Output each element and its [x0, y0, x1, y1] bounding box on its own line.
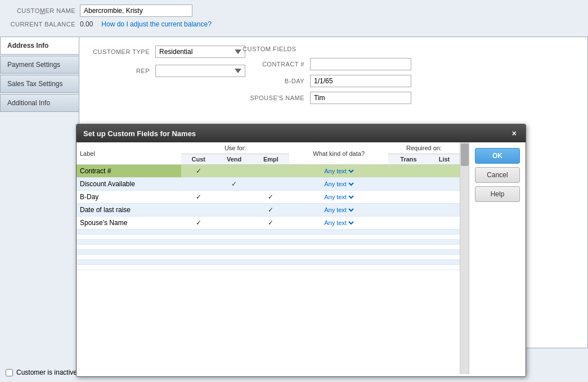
contract-input[interactable]	[310, 58, 411, 70]
scrollbar[interactable]	[460, 142, 469, 374]
sidebar-item-address-info[interactable]: Address Info	[0, 37, 79, 55]
modal-close-button[interactable]: ×	[510, 129, 519, 138]
modal-body: Label Use for: What kind of data? Requir…	[77, 142, 526, 374]
bday-label: B-DAY	[243, 78, 310, 84]
row-vend: ✓	[216, 178, 253, 191]
sidebar: Address Info Payment Settings Sales Tax …	[0, 37, 79, 113]
modal-header: Set up Custom Fields for Names ×	[77, 124, 526, 142]
table-row-empty	[77, 230, 460, 235]
customer-name-row: CUSTOMER NAME	[7, 5, 581, 17]
customer-name-input[interactable]	[80, 5, 192, 17]
table-scroll-container: Label Use for: What kind of data? Requir…	[77, 142, 469, 374]
row-list	[429, 165, 460, 178]
row-list	[429, 204, 460, 217]
row-data-type[interactable]: Any text	[289, 165, 388, 178]
row-vend	[216, 217, 253, 230]
spouse-label: SPOUSE'S NAME	[243, 95, 310, 101]
row-cust: ✓	[181, 217, 216, 230]
sidebar-item-payment-settings[interactable]: Payment Settings	[0, 56, 79, 74]
balance-value: 0.00	[80, 20, 93, 28]
inactive-row: Customer is inactive:	[6, 368, 79, 376]
data-type-select[interactable]: Any text	[322, 206, 356, 214]
row-cust	[181, 178, 216, 191]
table-row[interactable]: Date of last raise ✓ Any text	[77, 204, 460, 217]
row-label: Date of last raise	[77, 204, 181, 217]
table-row-empty	[77, 235, 460, 240]
adjust-balance-link[interactable]: How do I adjust the current balance?	[101, 20, 211, 28]
cancel-button[interactable]: Cancel	[475, 167, 520, 183]
row-data-type[interactable]: Any text	[289, 217, 388, 230]
top-form: CUSTOMER NAME CURRENT BALANCE 0.00 How d…	[0, 0, 588, 36]
row-label: Discount Available	[77, 178, 181, 191]
current-balance-label: CURRENT BALANCE	[7, 21, 80, 28]
modal-title: Set up Custom Fields for Names	[83, 129, 196, 138]
row-list	[429, 191, 460, 204]
row-vend	[216, 191, 253, 204]
modal-table-area: Label Use for: What kind of data? Requir…	[77, 142, 469, 374]
table-row[interactable]: B-Day ✓ ✓ Any text	[77, 191, 460, 204]
row-label: B-Day	[77, 191, 181, 204]
customer-type-select[interactable]: Residential Commercial	[155, 46, 245, 58]
table-inner: Label Use for: What kind of data? Requir…	[77, 142, 460, 374]
col-label: Label	[77, 142, 181, 165]
help-button[interactable]: Help	[475, 186, 520, 202]
table-row-empty	[77, 250, 460, 255]
header-use-for-row: Label Use for: What kind of data? Requir…	[77, 142, 460, 154]
custom-field-contract: CONTRACT #	[243, 58, 579, 70]
row-label: Contract #	[77, 165, 181, 178]
row-data-type[interactable]: Any text	[289, 178, 388, 191]
table-row[interactable]: Spouse's Name ✓ ✓ Any text	[77, 217, 460, 230]
inactive-checkbox[interactable]	[6, 369, 13, 376]
custom-fields-title: CUSTOM FIELDS	[243, 46, 579, 52]
sidebar-item-additional-info[interactable]: Additional Info	[0, 94, 79, 112]
rep-label: REP	[88, 68, 155, 74]
table-row[interactable]: Discount Available ✓ Any text	[77, 178, 460, 191]
row-trans	[388, 191, 429, 204]
row-trans	[388, 204, 429, 217]
table-row[interactable]: Contract # ✓ Any text	[77, 165, 460, 178]
inactive-area: Customer is inactive:	[6, 368, 79, 376]
table-row-empty	[77, 265, 460, 270]
col-what-kind: What kind of data?	[289, 142, 388, 165]
sidebar-item-sales-tax-settings[interactable]: Sales Tax Settings	[0, 75, 79, 93]
spouse-input[interactable]	[310, 92, 411, 104]
row-empl: ✓	[253, 204, 290, 217]
row-trans	[388, 165, 429, 178]
col-empl: Empl	[253, 154, 290, 165]
row-data-type[interactable]: Any text	[289, 191, 388, 204]
row-list	[429, 217, 460, 230]
col-vend: Vend	[216, 154, 253, 165]
table-row-empty	[77, 255, 460, 260]
data-type-select[interactable]: Any text	[322, 219, 356, 227]
use-for-header: Use for:	[181, 142, 289, 154]
bday-input[interactable]	[310, 75, 411, 87]
row-trans	[388, 178, 429, 191]
custom-fields-section: CUSTOM FIELDS CONTRACT # B-DAY SPOUSE'S …	[243, 46, 579, 109]
row-cust: ✓	[181, 191, 216, 204]
row-empl	[253, 178, 290, 191]
row-vend	[216, 165, 253, 178]
contract-label: CONTRACT #	[243, 61, 310, 68]
data-type-select[interactable]: Any text	[322, 193, 356, 201]
table-row-empty	[77, 245, 460, 250]
data-type-select[interactable]: Any text	[322, 167, 356, 175]
modal-buttons: OK Cancel Help	[469, 142, 526, 374]
row-list	[429, 178, 460, 191]
row-empl: ✓	[253, 217, 290, 230]
row-trans	[388, 217, 429, 230]
row-empl: ✓	[253, 191, 290, 204]
row-label: Spouse's Name	[77, 217, 181, 230]
custom-field-bday: B-DAY	[243, 75, 579, 87]
customer-type-label: CUSTOMER TYPE	[88, 48, 155, 55]
required-on-header: Required on:	[388, 142, 460, 154]
row-data-type[interactable]: Any text	[289, 204, 388, 217]
data-type-select[interactable]: Any text	[322, 180, 356, 188]
table-body: Contract # ✓ Any text	[77, 165, 460, 270]
ok-button[interactable]: OK	[475, 148, 520, 164]
row-cust: ✓	[181, 165, 216, 178]
row-vend	[216, 204, 253, 217]
rep-select[interactable]	[155, 65, 245, 77]
customer-name-label: CUSTOMER NAME	[7, 7, 80, 14]
modal-custom-fields: Set up Custom Fields for Names × Label U…	[76, 124, 526, 377]
row-empl	[253, 165, 290, 178]
